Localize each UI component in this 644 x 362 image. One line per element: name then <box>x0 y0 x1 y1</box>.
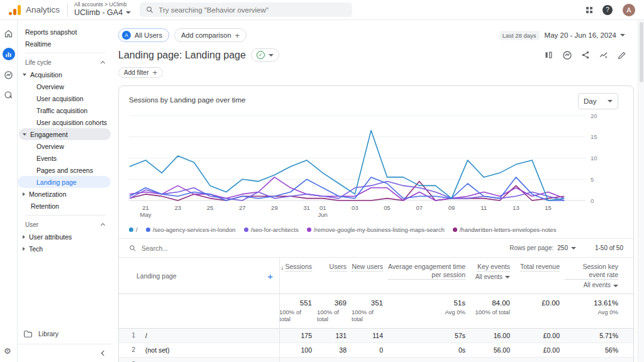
edit-pencil-icon[interactable] <box>618 51 626 60</box>
rows-per-page-select[interactable]: 250 <box>557 244 576 251</box>
home-icon[interactable] <box>3 28 14 39</box>
sidebar-item-reports-snapshot[interactable]: Reports snapshot <box>18 26 113 38</box>
totals-spacer <box>119 299 279 322</box>
sidebar-item-acquisition[interactable]: Acquisition <box>18 69 113 80</box>
svg-text:23: 23 <box>175 204 182 211</box>
admin-gear-icon[interactable]: ⚙ <box>4 346 11 356</box>
sparkline-insights-icon[interactable] <box>599 50 609 60</box>
sidebar-item-events[interactable]: Events <box>18 152 113 164</box>
granularity-select[interactable]: Day <box>578 93 618 109</box>
add-comparison-button[interactable]: Add comparison + <box>174 28 247 42</box>
series-line-root <box>130 131 564 200</box>
caret-down-icon <box>23 133 26 136</box>
column-header-session-key-event-rate[interactable]: Session key event rateAll events <box>565 263 633 290</box>
sidebar-item-traffic-acquisition[interactable]: Traffic acquisition <box>18 104 113 116</box>
row-landing-page: (not set) <box>145 346 170 354</box>
add-filter-label: Add filter <box>124 69 148 76</box>
sidebar-item-label: Engagement <box>30 131 68 138</box>
svg-text:15: 15 <box>591 133 597 140</box>
report-status-menu[interactable]: ✓ <box>251 48 279 62</box>
sidebar-item-label: Reports snapshot <box>25 28 77 36</box>
legend-label: / <box>136 226 138 233</box>
chevron-up-icon <box>101 61 105 65</box>
column-header-sessions[interactable]: ↓ Sessions <box>279 263 317 290</box>
caret-down-icon <box>23 74 26 76</box>
sidebar-section-label: User <box>25 221 38 228</box>
caret-down-icon <box>126 11 131 14</box>
scrollbar-thumb[interactable] <box>640 22 643 82</box>
svg-text:15: 15 <box>545 204 552 211</box>
global-search[interactable] <box>140 3 352 17</box>
totals-value: 351 <box>371 299 383 307</box>
sidebar-section-label: Life cycle <box>25 59 52 66</box>
sidebar-item-life-cycle[interactable]: Life cycle <box>18 57 113 69</box>
chart-legend: //seo-agency-services-in-london/seo-for-… <box>119 224 633 238</box>
svg-text:31: 31 <box>303 204 310 211</box>
totals-sub: 100% of total <box>475 309 510 315</box>
column-header-users[interactable]: Users <box>317 263 352 290</box>
table-search-input[interactable] <box>142 244 292 252</box>
row-metric-cell: 0s <box>388 346 470 354</box>
column-header-total-revenue[interactable]: Total revenue <box>515 263 565 290</box>
row-landing-page: / <box>145 332 147 339</box>
reports-icon[interactable] <box>3 48 15 60</box>
date-range-picker[interactable]: Last 28 days May 20 - Jun 16, 2024 <box>499 31 625 40</box>
svg-text:07: 07 <box>416 204 423 211</box>
svg-text:11: 11 <box>480 204 487 211</box>
sidebar-item-engagement[interactable]: Engagement <box>19 128 111 140</box>
sidebar-item-monetization[interactable]: Monetization <box>18 188 113 200</box>
sidebar-item-user[interactable]: User <box>18 219 113 231</box>
help-icon[interactable]: ? <box>602 5 613 15</box>
svg-text:21: 21 <box>142 204 149 211</box>
sidebar-item-retention[interactable]: Retention <box>18 200 113 212</box>
column-filter-select[interactable]: All events <box>584 282 618 290</box>
row-metric-cell: 175 <box>279 332 317 339</box>
sidebar-item-overview[interactable]: Overview <box>18 140 113 152</box>
totals-value: 551 <box>300 299 312 307</box>
row-metric-cell: 56% <box>565 346 633 354</box>
sidebar-item-pages-and-screens[interactable]: Pages and screens <box>18 164 113 176</box>
sidebar-item-user-acquisition-cohorts[interactable]: User acquisition cohorts <box>18 116 113 128</box>
page-scrollbar[interactable] <box>638 20 644 362</box>
row-rank: 1 <box>126 332 135 339</box>
column-label: Total revenue <box>520 263 560 272</box>
sidebar-item-overview[interactable]: Overview <box>18 80 113 92</box>
column-header-new-users[interactable]: New users <box>352 263 388 290</box>
apps-grid-icon[interactable] <box>586 7 592 13</box>
avatar[interactable]: A <box>623 4 635 16</box>
sidebar-item-realtime[interactable]: Realtime <box>18 38 113 50</box>
sidebar-item-label: User acquisition <box>36 95 84 102</box>
column-filter-select[interactable]: All events <box>475 273 510 282</box>
sidebar-item-user-attributes[interactable]: User attributes <box>18 231 113 243</box>
sidebar-item-label: Acquisition <box>30 71 62 79</box>
totals-sub: 100% of total <box>317 309 347 322</box>
advertising-icon[interactable] <box>3 89 14 101</box>
insights-icon[interactable] <box>562 50 572 60</box>
sidebar-item-library[interactable]: Library <box>18 326 113 344</box>
sidebar-item-landing-page[interactable]: Landing page <box>18 176 111 188</box>
add-filter-button[interactable]: Add filter + <box>118 67 163 78</box>
legend-dot <box>244 228 248 232</box>
row-metric-cell: £0.00 <box>515 332 565 339</box>
svg-text:27: 27 <box>239 204 246 211</box>
chevron-left-icon <box>101 351 106 356</box>
column-header-landing-page[interactable]: Landing page+ <box>119 263 279 290</box>
collapse-sidebar-button[interactable] <box>18 344 113 362</box>
all-users-segment-chip[interactable]: A All Users <box>118 28 169 42</box>
account-switcher[interactable]: All accounts > UClimb UClimb - GA4 <box>74 2 131 17</box>
sidebar-item-user-acquisition[interactable]: User acquisition <box>18 92 113 104</box>
page-title: Landing page: Landing page <box>118 50 246 61</box>
column-header-average-engagement-time-per-session[interactable]: Average engagement time per session <box>388 263 470 290</box>
caret-down-icon <box>269 54 274 57</box>
row-dimension-cell: 1/ <box>119 332 279 339</box>
rows-per-page-label: Rows per page: <box>509 244 553 251</box>
explore-icon[interactable] <box>3 69 14 80</box>
share-icon[interactable] <box>581 50 590 60</box>
rows-per-page-value: 250 <box>557 244 568 251</box>
date-preset-badge: Last 28 days <box>499 31 540 40</box>
column-header-key-events[interactable]: Key eventsAll events <box>470 263 515 290</box>
analytics-logo-icon <box>9 5 21 15</box>
comparison-icon[interactable] <box>544 50 553 60</box>
global-search-input[interactable] <box>158 6 346 14</box>
sidebar-item-tech[interactable]: Tech <box>18 243 113 255</box>
